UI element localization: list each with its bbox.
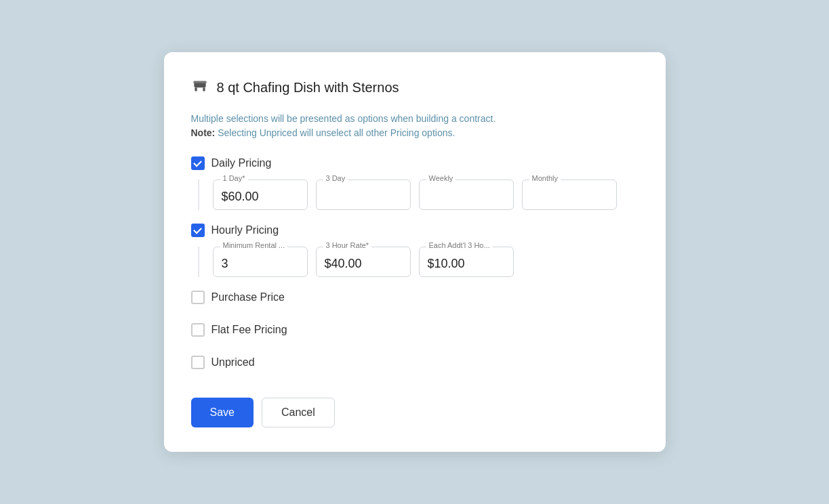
hourly-fields-container: Minimum Rental ... 3 3 Hour Rate* $40.00…: [198, 247, 639, 277]
daily-monthly-field[interactable]: Monthly: [522, 180, 617, 210]
daily-monthly-value[interactable]: [531, 186, 608, 190]
hourly-pricing-label: Hourly Pricing: [211, 224, 279, 236]
purchase-price-row[interactable]: Purchase Price: [191, 291, 639, 304]
hourly-addtl-field[interactable]: Each Addt'l 3 Ho... $10.00: [419, 247, 514, 277]
svg-rect-2: [203, 87, 205, 91]
daily-3day-field[interactable]: 3 Day: [316, 180, 411, 210]
svg-rect-3: [193, 81, 207, 83]
daily-1day-label: 1 Day*: [220, 174, 248, 182]
daily-weekly-label: Weekly: [426, 174, 456, 182]
chair-icon: [191, 77, 209, 98]
cancel-button[interactable]: Cancel: [262, 398, 335, 427]
purchase-price-checkbox[interactable]: [191, 291, 205, 304]
daily-3day-value[interactable]: [325, 186, 402, 190]
hourly-pricing-checkbox-row[interactable]: Hourly Pricing: [191, 224, 639, 237]
hourly-pricing-section: Hourly Pricing Minimum Rental ... 3 3 Ho…: [191, 224, 639, 277]
hourly-fields-row: Minimum Rental ... 3 3 Hour Rate* $40.00…: [213, 247, 639, 277]
hourly-min-rental-label: Minimum Rental ...: [220, 241, 288, 249]
daily-1day-field[interactable]: 1 Day* $60.00: [213, 180, 308, 210]
modal-header: 8 qt Chafing Dish with Sternos: [191, 77, 639, 98]
unpriced-label: Unpriced: [211, 356, 255, 369]
unpriced-row[interactable]: Unpriced: [191, 356, 639, 369]
purchase-price-label: Purchase Price: [211, 291, 285, 303]
modal-title: 8 qt Chafing Dish with Sternos: [217, 80, 399, 96]
daily-pricing-checkbox[interactable]: [191, 156, 205, 170]
hourly-3hr-rate-label: 3 Hour Rate*: [323, 241, 372, 249]
daily-fields-container: 1 Day* $60.00 3 Day Weekly Monthly: [198, 180, 639, 210]
flat-fee-checkbox[interactable]: [191, 323, 205, 337]
pricing-modal: 8 qt Chafing Dish with Sternos Multiple …: [164, 52, 666, 452]
hourly-min-rental-value[interactable]: 3: [222, 253, 299, 271]
flat-fee-label: Flat Fee Pricing: [211, 324, 287, 336]
standalone-checkboxes: Purchase Price Flat Fee Pricing Unpriced: [191, 291, 639, 379]
hourly-addtl-value[interactable]: $10.00: [428, 253, 505, 271]
save-button[interactable]: Save: [191, 398, 254, 427]
note-label: Note:: [191, 127, 216, 138]
hourly-min-rental-field[interactable]: Minimum Rental ... 3: [213, 247, 308, 277]
unpriced-checkbox[interactable]: [191, 356, 205, 369]
info-main-text: Multiple selections will be presented as…: [191, 113, 496, 124]
daily-pricing-checkbox-row[interactable]: Daily Pricing: [191, 156, 639, 170]
note-text: Selecting Unpriced will unselect all oth…: [215, 127, 455, 138]
daily-1day-value[interactable]: $60.00: [222, 186, 299, 204]
bottom-buttons: Save Cancel: [191, 398, 639, 427]
daily-fields-row: 1 Day* $60.00 3 Day Weekly Monthly: [213, 180, 639, 210]
daily-pricing-section: Daily Pricing 1 Day* $60.00 3 Day Weekly…: [191, 156, 639, 210]
daily-weekly-field[interactable]: Weekly: [419, 180, 514, 210]
hourly-3hr-rate-value[interactable]: $40.00: [325, 253, 402, 271]
hourly-addtl-label: Each Addt'l 3 Ho...: [426, 241, 493, 249]
flat-fee-row[interactable]: Flat Fee Pricing: [191, 323, 639, 337]
hourly-pricing-checkbox[interactable]: [191, 224, 205, 237]
svg-rect-1: [195, 87, 197, 91]
hourly-3hr-rate-field[interactable]: 3 Hour Rate* $40.00: [316, 247, 411, 277]
daily-monthly-label: Monthly: [529, 174, 561, 182]
daily-pricing-label: Daily Pricing: [211, 157, 272, 169]
daily-weekly-value[interactable]: [428, 186, 505, 190]
daily-3day-label: 3 Day: [323, 174, 348, 182]
info-block: Multiple selections will be presented as…: [191, 112, 639, 140]
